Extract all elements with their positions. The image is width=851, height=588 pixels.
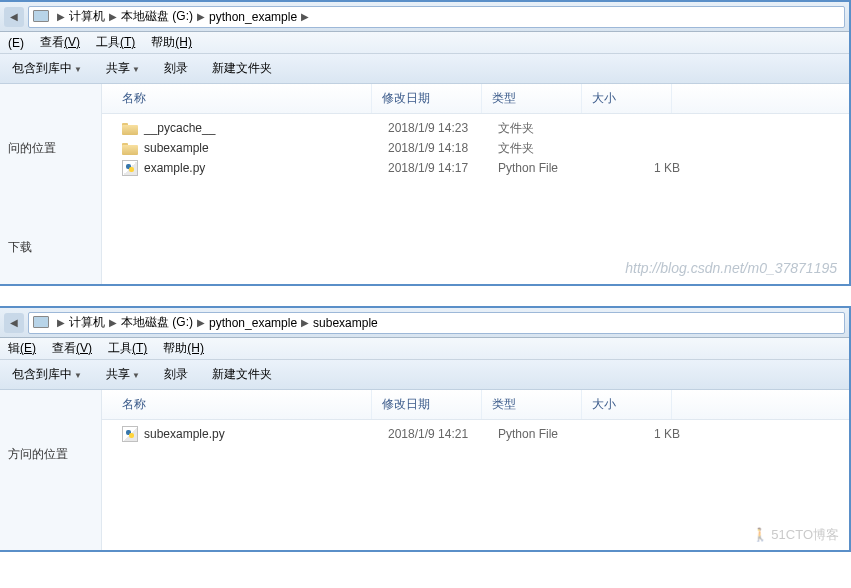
menu-edit[interactable]: 辑(E)	[4, 338, 40, 359]
file-name-text: subexample.py	[144, 427, 225, 441]
breadcrumb-drive[interactable]: 本地磁盘 (G:)	[121, 314, 193, 331]
file-name-cell: subexample.py	[118, 426, 384, 442]
file-date-cell: 2018/1/9 14:18	[384, 141, 494, 155]
chevron-down-icon: ▼	[132, 65, 140, 74]
file-name-text: __pycache__	[144, 121, 215, 135]
file-name-text: subexample	[144, 141, 209, 155]
sidebar-recent[interactable]: 问的位置	[0, 134, 101, 163]
python-file-icon	[122, 160, 138, 176]
file-row[interactable]: subexample.py2018/1/9 14:21Python File1 …	[102, 424, 849, 444]
header-name[interactable]: 名称	[102, 390, 372, 419]
include-in-library-button[interactable]: 包含到库中▼	[8, 364, 86, 385]
breadcrumb-computer[interactable]: 计算机	[69, 8, 105, 25]
breadcrumb-folder[interactable]: python_example	[209, 10, 297, 24]
sidebar-downloads[interactable]: 下载	[0, 233, 101, 262]
header-type[interactable]: 类型	[482, 84, 582, 113]
sidebar-recent[interactable]: 方问的位置	[0, 440, 101, 469]
content-area: 问的位置 下载 名称 修改日期 类型 大小 __pycache__2018/1/…	[0, 84, 849, 284]
chevron-right-icon: ▶	[57, 317, 65, 328]
share-button[interactable]: 共享▼	[102, 58, 144, 79]
file-date-cell: 2018/1/9 14:23	[384, 121, 494, 135]
menu-edit[interactable]: (E)	[4, 34, 28, 52]
file-row[interactable]: __pycache__2018/1/9 14:23文件夹	[102, 118, 849, 138]
file-type-cell: 文件夹	[494, 120, 594, 137]
file-size-cell: 1 KB	[594, 427, 684, 441]
burn-button[interactable]: 刻录	[160, 58, 192, 79]
file-list: 名称 修改日期 类型 大小 __pycache__2018/1/9 14:23文…	[102, 84, 849, 284]
file-size-cell: 1 KB	[594, 161, 684, 175]
explorer-window-1: ◀ ▶ 计算机 ▶ 本地磁盘 (G:) ▶ python_example ▶ (…	[0, 0, 851, 286]
header-name[interactable]: 名称	[102, 84, 372, 113]
python-file-icon	[122, 426, 138, 442]
file-name-cell: example.py	[118, 160, 384, 176]
sidebar: 方问的位置	[0, 390, 102, 550]
address-bar: ◀ ▶ 计算机 ▶ 本地磁盘 (G:) ▶ python_example ▶	[0, 2, 849, 32]
header-size[interactable]: 大小	[582, 84, 672, 113]
header-date[interactable]: 修改日期	[372, 84, 482, 113]
new-folder-button[interactable]: 新建文件夹	[208, 58, 276, 79]
chevron-down-icon: ▼	[74, 65, 82, 74]
include-in-library-button[interactable]: 包含到库中▼	[8, 58, 86, 79]
file-type-cell: Python File	[494, 427, 594, 441]
nav-back-button[interactable]: ◀	[4, 7, 24, 27]
folder-icon	[122, 141, 138, 155]
file-list: 名称 修改日期 类型 大小 subexample.py2018/1/9 14:2…	[102, 390, 849, 550]
chevron-right-icon: ▶	[109, 11, 117, 22]
menu-help[interactable]: 帮助(H)	[147, 32, 196, 53]
toolbar: 包含到库中▼ 共享▼ 刻录 新建文件夹	[0, 54, 849, 84]
file-name-text: example.py	[144, 161, 205, 175]
share-button[interactable]: 共享▼	[102, 364, 144, 385]
computer-icon	[33, 10, 49, 24]
breadcrumb-computer[interactable]: 计算机	[69, 314, 105, 331]
burn-button[interactable]: 刻录	[160, 364, 192, 385]
chevron-down-icon: ▼	[132, 371, 140, 380]
sidebar: 问的位置 下载	[0, 84, 102, 284]
address-bar: ◀ ▶ 计算机 ▶ 本地磁盘 (G:) ▶ python_example ▶ s…	[0, 308, 849, 338]
file-type-cell: Python File	[494, 161, 594, 175]
file-type-cell: 文件夹	[494, 140, 594, 157]
content-area: 方问的位置 名称 修改日期 类型 大小 subexample.py2018/1/…	[0, 390, 849, 550]
menu-tools[interactable]: 工具(T)	[92, 32, 139, 53]
column-headers: 名称 修改日期 类型 大小	[102, 84, 849, 114]
chevron-right-icon: ▶	[57, 11, 65, 22]
menu-bar: (E) 查看(V) 工具(T) 帮助(H)	[0, 32, 849, 54]
menu-bar: 辑(E) 查看(V) 工具(T) 帮助(H)	[0, 338, 849, 360]
header-size[interactable]: 大小	[582, 390, 672, 419]
breadcrumb-folder[interactable]: python_example	[209, 316, 297, 330]
header-type[interactable]: 类型	[482, 390, 582, 419]
folder-icon	[122, 121, 138, 135]
breadcrumb-subfolder[interactable]: subexample	[313, 316, 378, 330]
chevron-right-icon: ▶	[197, 11, 205, 22]
header-date[interactable]: 修改日期	[372, 390, 482, 419]
file-row[interactable]: example.py2018/1/9 14:17Python File1 KB	[102, 158, 849, 178]
breadcrumb-drive[interactable]: 本地磁盘 (G:)	[121, 8, 193, 25]
menu-tools[interactable]: 工具(T)	[104, 338, 151, 359]
column-headers: 名称 修改日期 类型 大小	[102, 390, 849, 420]
chevron-right-icon: ▶	[301, 317, 309, 328]
file-name-cell: subexample	[118, 141, 384, 155]
menu-help[interactable]: 帮助(H)	[159, 338, 208, 359]
computer-icon	[33, 316, 49, 330]
file-date-cell: 2018/1/9 14:17	[384, 161, 494, 175]
breadcrumb[interactable]: ▶ 计算机 ▶ 本地磁盘 (G:) ▶ python_example ▶ sub…	[28, 312, 845, 334]
chevron-down-icon: ▼	[74, 371, 82, 380]
chevron-right-icon: ▶	[197, 317, 205, 328]
nav-back-button[interactable]: ◀	[4, 313, 24, 333]
new-folder-button[interactable]: 新建文件夹	[208, 364, 276, 385]
file-row[interactable]: subexample2018/1/9 14:18文件夹	[102, 138, 849, 158]
menu-view[interactable]: 查看(V)	[36, 32, 84, 53]
file-date-cell: 2018/1/9 14:21	[384, 427, 494, 441]
menu-view[interactable]: 查看(V)	[48, 338, 96, 359]
explorer-window-2: ◀ ▶ 计算机 ▶ 本地磁盘 (G:) ▶ python_example ▶ s…	[0, 306, 851, 552]
chevron-right-icon: ▶	[301, 11, 309, 22]
toolbar: 包含到库中▼ 共享▼ 刻录 新建文件夹	[0, 360, 849, 390]
file-name-cell: __pycache__	[118, 121, 384, 135]
chevron-right-icon: ▶	[109, 317, 117, 328]
breadcrumb[interactable]: ▶ 计算机 ▶ 本地磁盘 (G:) ▶ python_example ▶	[28, 6, 845, 28]
